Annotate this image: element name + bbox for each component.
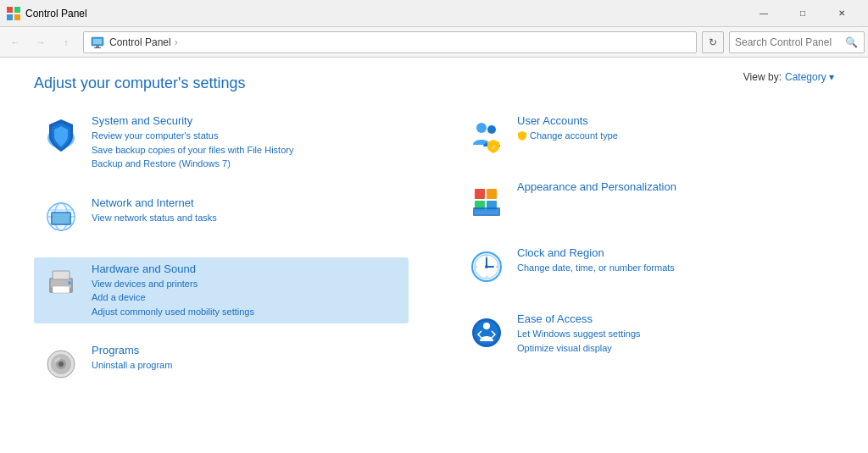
- user-accounts-icon: ✓: [466, 114, 507, 155]
- network-internet-text: Network and Internet View network status…: [92, 196, 402, 225]
- clock-region-title[interactable]: Clock and Region: [517, 246, 827, 259]
- svg-rect-3: [14, 14, 20, 20]
- appearance-text: Appearance and Personalization: [517, 180, 827, 195]
- clock-region-text: Clock and Region Change date, time, or n…: [517, 246, 827, 275]
- hardware-sound-link-2[interactable]: Adjust commonly used mobility settings: [92, 305, 402, 319]
- clock-region-link-0[interactable]: Change date, time, or number formats: [517, 261, 827, 275]
- search-icon[interactable]: 🔍: [843, 34, 859, 51]
- programs-title[interactable]: Programs: [92, 344, 402, 356]
- refresh-button[interactable]: ↻: [702, 31, 724, 53]
- clock-region-icon: [466, 246, 507, 287]
- category-network-internet[interactable]: Network and Internet View network status…: [34, 191, 409, 242]
- programs-text: Programs Uninstall a program: [92, 344, 402, 373]
- view-by-value[interactable]: Category ▾: [785, 71, 834, 83]
- user-accounts-text: User Accounts Change account type: [517, 114, 827, 143]
- back-button[interactable]: ←: [3, 30, 27, 54]
- svg-rect-7: [94, 47, 101, 48]
- programs-icon: [41, 344, 81, 384]
- network-internet-link-0[interactable]: View network status and tasks: [92, 211, 402, 225]
- category-programs[interactable]: Programs Uninstall a program: [34, 339, 409, 389]
- search-field[interactable]: 🔍: [729, 31, 865, 53]
- window-title: Control Panel: [25, 8, 744, 19]
- category-user-accounts[interactable]: ✓ User Accounts Change account type: [459, 109, 834, 160]
- svg-rect-19: [53, 271, 70, 279]
- svg-point-28: [487, 125, 496, 134]
- user-accounts-title[interactable]: User Accounts: [517, 114, 827, 127]
- panels-container: System and Security Review your computer…: [34, 109, 834, 405]
- window-controls: — □ ✕: [744, 0, 861, 27]
- svg-rect-30: [475, 189, 485, 199]
- svg-rect-31: [487, 189, 497, 199]
- category-ease-access[interactable]: Ease of Access Let Windows suggest setti…: [459, 307, 834, 360]
- svg-text:✓: ✓: [491, 144, 497, 152]
- svg-rect-5: [93, 39, 102, 44]
- category-appearance[interactable]: Appearance and Personalization: [459, 175, 834, 226]
- appearance-icon: [466, 180, 507, 221]
- svg-rect-1: [14, 7, 20, 13]
- category-clock-region[interactable]: Clock and Region Change date, time, or n…: [459, 241, 834, 292]
- title-bar: Control Panel — □ ✕: [0, 0, 868, 27]
- svg-rect-6: [96, 46, 99, 47]
- ease-access-icon: [466, 312, 507, 353]
- category-system-security[interactable]: System and Security Review your computer…: [34, 109, 409, 176]
- svg-point-25: [58, 362, 64, 367]
- system-security-icon: [41, 114, 81, 155]
- left-panel: System and Security Review your computer…: [34, 109, 409, 405]
- forward-button[interactable]: →: [29, 30, 53, 54]
- view-by-control: View by: Category ▾: [743, 71, 834, 83]
- system-security-link-2[interactable]: Backup and Restore (Windows 7): [92, 157, 402, 171]
- hardware-sound-title[interactable]: Hardware and Sound: [92, 262, 402, 275]
- network-internet-title[interactable]: Network and Internet: [92, 196, 402, 209]
- hardware-sound-link-1[interactable]: Add a device: [92, 290, 402, 305]
- hardware-sound-text: Hardware and Sound View devices and prin…: [92, 262, 402, 319]
- svg-rect-35: [475, 209, 498, 214]
- svg-rect-16: [53, 213, 70, 224]
- address-bar: ← → ↑ Control Panel › ↻ 🔍: [0, 27, 868, 58]
- svg-point-47: [483, 323, 490, 329]
- ease-access-link-1[interactable]: Optimize visual display: [517, 341, 827, 356]
- svg-point-21: [68, 281, 71, 285]
- category-hardware-sound[interactable]: Hardware and Sound View devices and prin…: [34, 257, 409, 324]
- page-title: Adjust your computer's settings: [34, 75, 834, 92]
- close-button[interactable]: ✕: [822, 0, 861, 27]
- network-internet-icon: [41, 196, 81, 237]
- app-icon: [7, 7, 20, 20]
- address-field[interactable]: Control Panel ›: [83, 31, 697, 53]
- svg-rect-20: [53, 286, 70, 293]
- shield-badge-icon: [517, 130, 527, 141]
- hardware-sound-icon: [41, 262, 81, 303]
- maximize-button[interactable]: □: [783, 0, 822, 27]
- appearance-title[interactable]: Appearance and Personalization: [517, 180, 827, 193]
- svg-point-40: [485, 265, 488, 268]
- view-by-label: View by:: [743, 71, 782, 83]
- hardware-sound-link-0[interactable]: View devices and printers: [92, 277, 402, 291]
- breadcrumb-item: Control Panel: [109, 36, 171, 48]
- main-content: Adjust your computer's settings System a…: [0, 58, 868, 453]
- ease-access-title[interactable]: Ease of Access: [517, 312, 827, 325]
- system-security-link-1[interactable]: Save backup copies of your files with Fi…: [92, 143, 402, 157]
- system-security-title[interactable]: System and Security: [92, 114, 402, 127]
- breadcrumb-separator: ›: [175, 36, 178, 48]
- system-security-link-0[interactable]: Review your computer's status: [92, 129, 402, 143]
- ease-access-text: Ease of Access Let Windows suggest setti…: [517, 312, 827, 355]
- svg-rect-2: [7, 14, 13, 20]
- svg-point-27: [476, 123, 487, 133]
- ease-access-link-0[interactable]: Let Windows suggest settings: [517, 327, 827, 341]
- user-accounts-link-0[interactable]: Change account type: [530, 129, 618, 143]
- minimize-button[interactable]: —: [744, 0, 783, 27]
- system-security-text: System and Security Review your computer…: [92, 114, 402, 171]
- programs-link-0[interactable]: Uninstall a program: [92, 358, 402, 373]
- up-button[interactable]: ↑: [54, 30, 78, 54]
- search-input[interactable]: [735, 36, 843, 48]
- svg-rect-0: [7, 7, 13, 13]
- right-panel: ✓ User Accounts Change account type: [459, 109, 834, 405]
